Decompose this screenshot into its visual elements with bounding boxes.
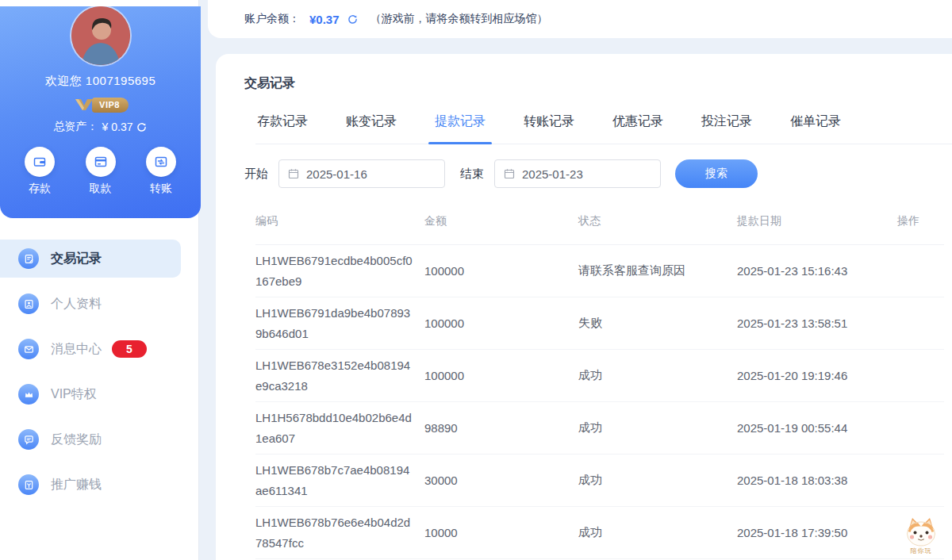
cell-status: 请联系客服查询原因 bbox=[578, 263, 737, 278]
calendar-icon bbox=[288, 168, 299, 179]
date-filter: 开始 2025-01-16 结束 2025-01-23 搜索 bbox=[244, 159, 952, 188]
cell-status: 成功 bbox=[578, 368, 737, 383]
end-date-value: 2025-01-23 bbox=[522, 167, 583, 181]
tab-account-change-records[interactable]: 账变记录 bbox=[344, 113, 398, 130]
refresh-icon[interactable] bbox=[136, 122, 147, 132]
cell-code: LH1WEB6791ecdbe4b005cf0167ebe9 bbox=[255, 245, 414, 297]
assets-label: 总资产： bbox=[54, 120, 98, 134]
cell-code: LH1WEB678b76e6e4b04d2d78547fcc bbox=[255, 507, 414, 558]
tab-betting-records[interactable]: 投注记录 bbox=[700, 113, 754, 130]
table-row: LH1WEB6791ecdbe4b005cf0167ebe9 100000 请联… bbox=[255, 245, 944, 297]
total-assets: 总资产： ¥ 0.37 bbox=[0, 120, 201, 134]
profile-icon bbox=[18, 293, 39, 314]
cell-date: 2025-01-23 13:58:51 bbox=[737, 316, 897, 330]
cell-date: 2025-01-19 00:55:44 bbox=[737, 421, 897, 435]
balance-label: 账户余额： bbox=[244, 12, 300, 26]
cell-date: 2025-01-18 18:03:38 bbox=[737, 474, 897, 487]
tab-promo-records[interactable]: 优惠记录 bbox=[611, 113, 665, 130]
main-card: 交易记录 存款记录 账变记录 提款记录 转账记录 优惠记录 投注记录 催单记录 … bbox=[216, 54, 952, 560]
balance-refresh-icon[interactable] bbox=[347, 14, 358, 25]
assets-value: ¥ 0.37 bbox=[102, 121, 133, 133]
customer-service-mascot[interactable]: 陪你玩 bbox=[900, 516, 942, 555]
table-row: LH1WEB678b76e6e4b04d2d78547fcc 10000 成功 … bbox=[255, 507, 944, 559]
sidebar-item-label: 反馈奖励 bbox=[51, 432, 102, 448]
shiba-dog-icon bbox=[903, 516, 939, 547]
cell-date: 2025-01-18 17:39:50 bbox=[737, 526, 897, 539]
start-date-label: 开始 bbox=[244, 167, 268, 182]
cell-code: LH1WEB678e3152e4b08194e9ca3218 bbox=[255, 350, 414, 401]
search-button[interactable]: 搜索 bbox=[675, 159, 758, 188]
message-icon bbox=[18, 339, 39, 359]
cell-amount: 30000 bbox=[424, 474, 578, 487]
tabs-bar: 存款记录 账变记录 提款记录 转账记录 优惠记录 投注记录 催单记录 bbox=[255, 113, 952, 144]
records-icon bbox=[18, 248, 39, 269]
vip-badge: VIP8 bbox=[0, 97, 201, 113]
cell-amount: 100000 bbox=[424, 316, 578, 330]
sidebar: 欢迎您 1007195695 VIP8 总资产： ¥ 0.37 bbox=[0, 0, 199, 560]
balance-note: （游戏前，请将余额转到相应场馆） bbox=[370, 12, 548, 26]
table-row: LH1WEB678b7c7ae4b08194ae611341 30000 成功 … bbox=[255, 455, 944, 507]
withdraw-card-icon bbox=[94, 155, 108, 169]
table-row: LH1WEB6791da9be4b078939b646d01 100000 失败… bbox=[255, 297, 944, 350]
deposit-wallet-icon bbox=[33, 155, 47, 169]
table-row: LH1WEB678e3152e4b08194e9ca3218 100000 成功… bbox=[255, 350, 944, 402]
tab-deposit-records[interactable]: 存款记录 bbox=[255, 113, 309, 130]
col-date: 提款日期 bbox=[737, 214, 897, 228]
sidebar-item-transaction-records[interactable]: 交易记录 bbox=[0, 240, 181, 278]
end-date-input[interactable]: 2025-01-23 bbox=[494, 159, 661, 188]
welcome-text: 欢迎您 1007195695 bbox=[0, 74, 201, 89]
withdraw-button[interactable]: 取款 bbox=[79, 147, 123, 196]
vip-level-label: VIP8 bbox=[92, 98, 129, 113]
end-date-label: 结束 bbox=[460, 167, 484, 182]
col-action: 操作 bbox=[897, 214, 944, 228]
table-header: 编码 金额 状态 提款日期 操作 bbox=[255, 214, 944, 245]
cell-amount: 98890 bbox=[424, 421, 578, 435]
avatar[interactable] bbox=[71, 6, 130, 65]
tab-withdrawal-records[interactable]: 提款记录 bbox=[433, 113, 487, 130]
crown-icon bbox=[18, 384, 39, 405]
sidebar-item-messages[interactable]: 消息中心 5 bbox=[0, 330, 181, 368]
chat-icon bbox=[18, 429, 39, 450]
cell-status: 失败 bbox=[578, 316, 737, 331]
calendar-icon bbox=[504, 168, 515, 179]
cell-code: LH1H5678bdd10e4b02b6e4d1ea607 bbox=[255, 402, 414, 454]
withdraw-label: 取款 bbox=[79, 182, 123, 196]
sidebar-item-vip[interactable]: VIP特权 bbox=[0, 375, 181, 413]
cell-amount: 100000 bbox=[424, 369, 578, 382]
cell-status: 成功 bbox=[578, 525, 737, 540]
start-date-value: 2025-01-16 bbox=[306, 167, 367, 181]
cell-amount: 10000 bbox=[424, 526, 578, 539]
sidebar-item-feedback[interactable]: 反馈奖励 bbox=[0, 420, 181, 458]
withdrawal-table: 编码 金额 状态 提款日期 操作 LH1WEB6791ecdbe4b005cf0… bbox=[255, 214, 952, 560]
tab-transfer-records[interactable]: 转账记录 bbox=[522, 113, 576, 130]
cell-status: 成功 bbox=[578, 473, 737, 488]
sidebar-item-profile[interactable]: 个人资料 bbox=[0, 285, 181, 323]
deposit-label: 存款 bbox=[17, 182, 62, 196]
unread-count-badge: 5 bbox=[112, 340, 147, 358]
cell-code: LH1WEB6791da9be4b078939b646d01 bbox=[255, 297, 414, 349]
transfer-label: 转账 bbox=[139, 182, 183, 196]
topbar: 账户余额： ¥0.37 （游戏前，请将余额转到相应场馆） 专属网址： https… bbox=[208, 0, 952, 38]
avatar-image bbox=[71, 6, 130, 65]
cell-amount: 100000 bbox=[424, 264, 578, 278]
col-code: 编码 bbox=[255, 214, 424, 228]
transfer-card-icon bbox=[154, 155, 168, 169]
balance-value: ¥0.37 bbox=[309, 13, 340, 26]
deposit-button[interactable]: 存款 bbox=[17, 147, 62, 196]
cell-status: 成功 bbox=[578, 420, 737, 435]
sidebar-item-label: 交易记录 bbox=[51, 251, 102, 267]
sidebar-item-label: 个人资料 bbox=[51, 296, 102, 313]
table-row: LH1H5678bdd10e4b02b6e4d1ea607 98890 成功 2… bbox=[255, 402, 944, 455]
start-date-input[interactable]: 2025-01-16 bbox=[278, 159, 445, 188]
tab-reminder-records[interactable]: 催单记录 bbox=[789, 113, 843, 130]
page-title: 交易记录 bbox=[244, 54, 952, 92]
transfer-button[interactable]: 转账 bbox=[139, 147, 183, 196]
quick-actions: 存款 取款 转账 bbox=[0, 147, 201, 196]
mascot-caption: 陪你玩 bbox=[900, 547, 942, 555]
sidebar-item-label: 消息中心 bbox=[51, 341, 102, 358]
profile-panel: 欢迎您 1007195695 VIP8 总资产： ¥ 0.37 bbox=[0, 6, 201, 218]
sidebar-item-label: VIP特权 bbox=[51, 386, 97, 403]
cell-code: LH1WEB678b7c7ae4b08194ae611341 bbox=[255, 455, 414, 506]
col-amount: 金额 bbox=[424, 214, 578, 228]
sidebar-item-promotion[interactable]: 推广赚钱 bbox=[0, 466, 181, 504]
